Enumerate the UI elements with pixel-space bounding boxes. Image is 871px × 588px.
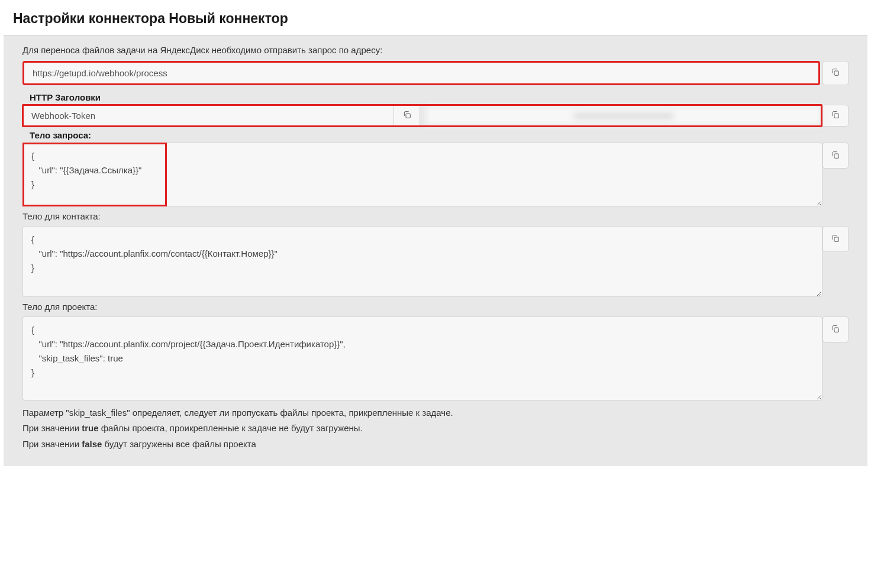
- project-body-textarea[interactable]: [22, 316, 822, 400]
- copy-icon: [831, 234, 840, 245]
- copy-header-name-button[interactable]: [394, 105, 420, 127]
- svg-rect-2: [834, 114, 838, 118]
- project-body-label: Тело для проекта:: [22, 302, 849, 312]
- svg-rect-4: [834, 237, 838, 241]
- copy-url-button[interactable]: [822, 61, 849, 85]
- copy-request-body-button[interactable]: [822, 143, 849, 169]
- copy-icon: [831, 110, 840, 121]
- svg-rect-1: [406, 114, 410, 118]
- intro-text: Для переноса файлов задачи на ЯндексДиск…: [22, 45, 849, 55]
- project-body-row: [22, 316, 849, 400]
- header-name-input[interactable]: [22, 105, 394, 127]
- footer-line-2: При значении true файлы проекта, проикре…: [22, 421, 849, 436]
- http-headers-label: HTTP Заголовки: [30, 92, 849, 102]
- footer-line-1: Параметр "skip_task_files" определяет, с…: [22, 405, 849, 421]
- request-body-label: Тело запроса:: [30, 130, 849, 140]
- settings-panel: Для переноса файлов задачи на ЯндексДиск…: [4, 35, 867, 466]
- footer-line-3: При значении false будут загружены все ф…: [22, 437, 849, 452]
- request-body-row: [22, 143, 849, 206]
- copy-icon: [831, 150, 840, 161]
- header-value-input[interactable]: [425, 105, 822, 127]
- copy-contact-body-button[interactable]: [822, 226, 849, 252]
- copy-icon: [831, 67, 840, 79]
- copy-icon: [402, 110, 412, 121]
- copy-header-value-button[interactable]: [822, 105, 849, 127]
- contact-body-textarea[interactable]: [22, 226, 822, 297]
- copy-icon: [831, 324, 840, 335]
- webhook-url-input[interactable]: [22, 61, 820, 85]
- svg-rect-5: [834, 328, 838, 332]
- http-header-row: [22, 105, 849, 127]
- svg-rect-3: [834, 154, 838, 158]
- contact-body-row: [22, 226, 849, 297]
- contact-body-label: Тело для контакта:: [22, 211, 849, 221]
- svg-rect-0: [834, 71, 838, 75]
- request-body-textarea[interactable]: [22, 143, 822, 206]
- footer-note: Параметр "skip_task_files" определяет, с…: [22, 405, 849, 452]
- copy-project-body-button[interactable]: [822, 316, 849, 343]
- page-title: Настройки коннектора Новый коннектор: [13, 11, 858, 27]
